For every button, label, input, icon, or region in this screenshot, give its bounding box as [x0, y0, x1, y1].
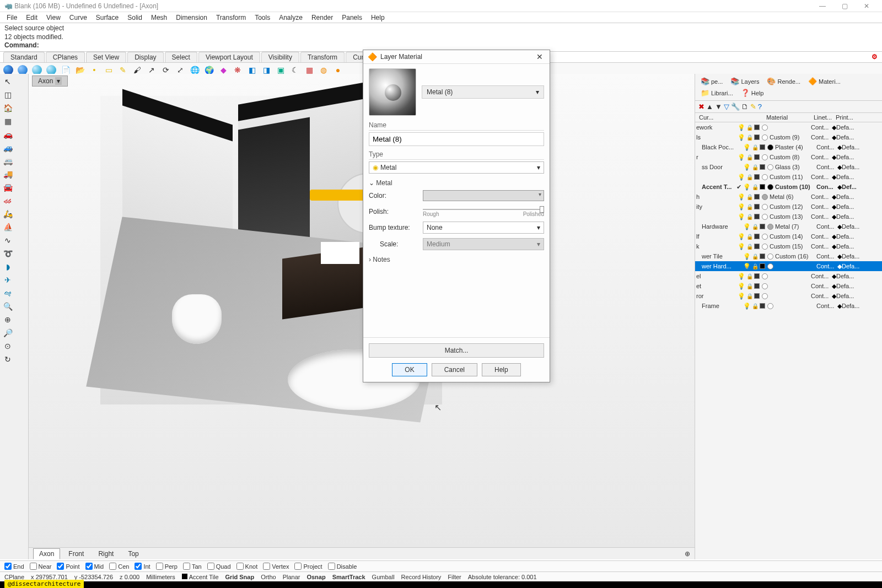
surf-icon[interactable]: ◗ [2, 261, 14, 273]
col-material[interactable]: Material [765, 114, 812, 121]
close-button[interactable]: ✕ [856, 2, 878, 10]
layer-row[interactable]: 💡🔒Custom (13)Cont...◆ Defa... [695, 212, 882, 222]
tool-icon[interactable]: 🔧 [731, 103, 740, 111]
arrow-icon[interactable]: ↖ [2, 75, 14, 88]
col-print[interactable]: Print... [834, 114, 856, 121]
status-smarttrack[interactable]: SmartTrack [332, 574, 365, 580]
menu-view[interactable]: View [42, 13, 65, 23]
layer-row[interactable]: lf💡🔒Custom (14)Cont...◆ Defa... [695, 231, 882, 241]
layer-row[interactable]: et💡🔒Cont...◆ Defa... [695, 281, 882, 291]
house-icon[interactable]: 🏠 [2, 102, 14, 114]
menu-panels[interactable]: Panels [337, 13, 367, 23]
new-layer-icon[interactable]: 🗋 [741, 103, 749, 111]
viewport-tab-top[interactable]: Top [122, 548, 144, 559]
filter-icon[interactable]: ▽ [724, 103, 729, 111]
osnap-tan[interactable]: Tan [183, 563, 202, 570]
layer-row[interactable]: k💡🔒Custom (15)Cont...◆ Defa... [695, 241, 882, 251]
menu-solid[interactable]: Solid [123, 13, 147, 23]
viewport-tab-front[interactable]: Front [62, 548, 90, 559]
maximize-button[interactable]: ▢ [833, 2, 856, 10]
status-osnap[interactable]: Osnap [306, 574, 325, 580]
car-2-icon[interactable]: 🚙 [2, 142, 14, 154]
search-icon[interactable]: 🔍 [2, 300, 14, 312]
panel-tab-rende[interactable]: 🎨Rende... [763, 76, 804, 87]
menu-curve[interactable]: Curve [65, 13, 92, 23]
status-layer[interactable]: Accent Tile [182, 574, 219, 580]
menu-tools[interactable]: Tools [250, 13, 275, 23]
layer-row[interactable]: ror💡🔒Cont...◆ Defa... [695, 291, 882, 301]
osnap-vertex[interactable]: Vertex [263, 563, 289, 570]
status-planar[interactable]: Planar [283, 574, 300, 580]
layer-list[interactable]: ework💡🔒Cont...◆ Defa...ls💡🔒Custom (9)Con… [695, 122, 882, 559]
target-icon[interactable]: ⊕ [2, 314, 14, 326]
menu-transform[interactable]: Transform [212, 13, 250, 23]
bike-icon[interactable]: 🛵 [2, 208, 14, 220]
osnap-point[interactable]: Point [57, 563, 79, 570]
tool-tab-display[interactable]: Display [127, 52, 163, 62]
minimize-button[interactable]: — [811, 2, 833, 10]
plane-icon[interactable]: 🛩 [2, 287, 14, 299]
panel-tab-pe[interactable]: 📚pe... [697, 76, 726, 87]
viewport-tab-axon[interactable]: Axon [33, 548, 60, 559]
layer-row[interactable]: ework💡🔒Cont...◆ Defa... [695, 122, 882, 132]
bump-select[interactable]: None ▾ [423, 222, 544, 234]
layer-row[interactable]: h💡🔒Metal (6)Cont...◆ Defa... [695, 192, 882, 202]
color-picker[interactable] [423, 190, 544, 201]
osnap-cen[interactable]: Cen [109, 563, 129, 570]
polish-slider[interactable] [423, 209, 544, 210]
menu-mesh[interactable]: Mesh [147, 13, 171, 23]
osnap-perp[interactable]: Perp [156, 563, 178, 570]
layer-row[interactable]: wer Tile💡🔒Custom (16)Cont...◆ Defa... [695, 251, 882, 261]
layer-row[interactable]: wer Hard...💡🔒Cont...◆ Defa... [695, 261, 882, 271]
layer-row[interactable]: el💡🔒Cont...◆ Defa... [695, 271, 882, 281]
osnap-disable[interactable]: Disable [328, 563, 357, 570]
menu-file[interactable]: File [2, 13, 21, 23]
delete-layer-icon[interactable]: ✖ [698, 103, 704, 111]
layer-row[interactable]: Hardware💡🔒Metal (7)Cont...◆ Defa... [695, 222, 882, 231]
osnap-project[interactable]: Project [294, 563, 322, 570]
car-3-icon[interactable]: 🚐 [2, 155, 14, 167]
panel-tab-layers[interactable]: 📚Layers [727, 76, 762, 87]
osnap-knot[interactable]: Knot [236, 563, 258, 570]
chevron-down-icon[interactable]: ▾ [55, 77, 62, 85]
zoom-icon[interactable]: 🔎 [2, 327, 14, 339]
viewport-tab-right[interactable]: Right [92, 548, 120, 559]
menu-dimension[interactable]: Dimension [171, 13, 212, 23]
car-1-icon[interactable]: 🚗 [2, 128, 14, 141]
wing-icon[interactable]: ✈ [2, 274, 14, 286]
car-5-icon[interactable]: 🚘 [2, 181, 14, 193]
layer-row[interactable]: ss Door💡🔒Glass (3)Cont...◆ Defa... [695, 162, 882, 172]
spiral-icon[interactable]: ➰ [2, 247, 14, 260]
status-filter[interactable]: Filter [448, 574, 461, 580]
status-absolute[interactable]: Absolute tolerance: 0.001 [468, 574, 537, 580]
status-units[interactable]: Millimeters [146, 574, 175, 580]
status-cplane[interactable]: CPlane [4, 574, 24, 580]
match-icon[interactable]: ✎ [750, 103, 756, 111]
menu-help[interactable]: Help [367, 13, 389, 23]
down-icon[interactable]: ▼ [715, 103, 722, 111]
viewport-label[interactable]: Axon▾ [32, 75, 68, 87]
panel-tab-help[interactable]: ❓Help [738, 88, 767, 98]
dialog-close-icon[interactable]: ✕ [534, 52, 545, 61]
panel-tab-materi[interactable]: 🔶Materi... [805, 76, 844, 87]
ok-button[interactable]: OK [392, 363, 427, 376]
menu-analyze[interactable]: Analyze [275, 13, 307, 23]
help-icon[interactable]: ? [758, 103, 762, 111]
viewport-3d[interactable] [29, 74, 695, 547]
osnap-int[interactable]: Int [135, 563, 150, 570]
status-ortho[interactable]: Ortho [261, 574, 276, 580]
tool-tab-standard[interactable]: Standard [3, 52, 45, 62]
add-viewport-icon[interactable]: ⊕ [685, 550, 690, 558]
osnap-near[interactable]: Near [30, 563, 52, 570]
menu-render[interactable]: Render [307, 13, 337, 23]
status-gumball[interactable]: Gumball [372, 574, 395, 580]
orbit-icon[interactable]: ↻ [2, 353, 14, 365]
layer-row[interactable]: r💡🔒Custom (8)Cont...◆ Defa... [695, 152, 882, 162]
col-linetype[interactable]: Linet... [812, 114, 834, 121]
tool-tab-visibility[interactable]: Visibility [261, 52, 299, 62]
help-button[interactable]: Help [482, 363, 521, 376]
osnap-quad[interactable]: Quad [207, 563, 231, 570]
cancel-button[interactable]: Cancel [432, 363, 477, 376]
tool-tab-transform[interactable]: Transform [300, 52, 345, 62]
layer-row[interactable]: Frame💡🔒Cont...◆ Defa... [695, 301, 882, 311]
